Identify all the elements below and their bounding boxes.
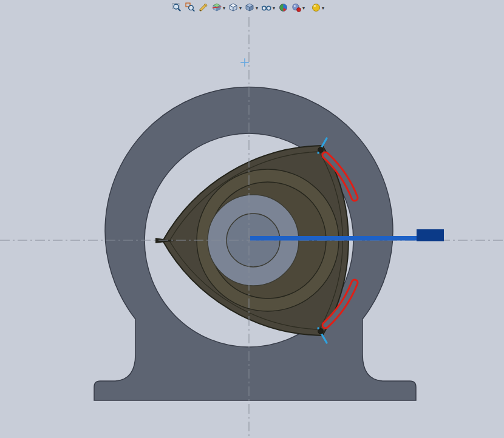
origin-marker[interactable]	[241, 59, 248, 66]
dimension-box[interactable]	[417, 229, 444, 241]
apply-scene-icon	[278, 2, 288, 13]
zoom-to-fit-button[interactable]	[171, 1, 183, 14]
section-view-icon	[212, 2, 222, 13]
display-style-button[interactable]: ▾	[243, 1, 259, 14]
view-settings-icon	[311, 2, 321, 13]
apply-scene-button[interactable]	[277, 1, 290, 14]
3d-drawing-view-icon	[199, 2, 209, 13]
apex-pin-top	[318, 147, 324, 153]
display-style-icon	[245, 2, 255, 13]
zoom-to-area-icon	[185, 2, 196, 13]
dropdown-arrow-icon[interactable]: ▾	[223, 6, 225, 11]
hide-show-items-icon	[261, 2, 272, 13]
dropdown-arrow-icon[interactable]: ▾	[322, 6, 324, 11]
edit-appearance-icon	[291, 2, 302, 13]
dropdown-arrow-icon[interactable]: ▾	[302, 6, 305, 11]
dropdown-arrow-icon[interactable]: ▾	[256, 6, 258, 11]
zoom-to-fit-icon	[172, 2, 182, 13]
apex-pin-bottom	[318, 329, 324, 334]
view-orientation-icon	[228, 2, 239, 13]
heads-up-view-toolbar: ▾ ▾ ▾ ▾	[171, 1, 325, 14]
hide-show-items-button[interactable]: ▾	[260, 1, 276, 14]
dropdown-arrow-icon[interactable]: ▾	[273, 6, 275, 11]
view-settings-button[interactable]: ▾	[310, 1, 325, 14]
cad-viewport[interactable]	[0, 0, 504, 438]
edit-appearance-button[interactable]: ▾	[290, 1, 306, 14]
dimension-line[interactable]	[250, 236, 443, 241]
3d-drawing-view-button[interactable]	[197, 1, 210, 14]
zoom-to-area-button[interactable]	[184, 1, 197, 14]
section-view-button[interactable]: ▾	[211, 1, 226, 14]
dropdown-arrow-icon[interactable]: ▾	[239, 6, 242, 11]
view-orientation-button[interactable]: ▾	[227, 1, 243, 14]
